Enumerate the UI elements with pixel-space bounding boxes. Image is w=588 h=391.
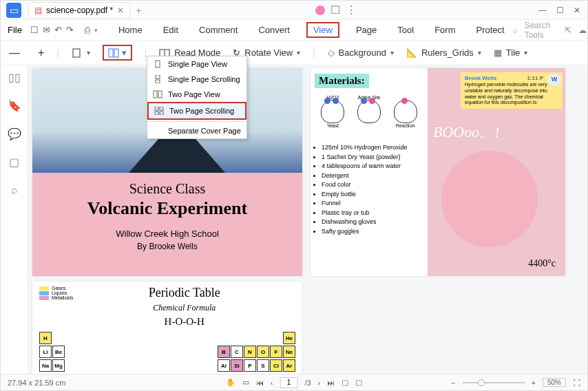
page-layout-dropdown: Single Page View Single Page Scrolling T… [147, 56, 247, 139]
prev-page-button[interactable]: ‹ [271, 379, 273, 387]
thumbnails-icon[interactable]: ▯▯ [8, 71, 21, 84]
zoom-out-button[interactable]: — [9, 47, 20, 59]
print-caret[interactable]: ▾ [94, 27, 98, 34]
document-tab[interactable]: ▤ science-copy.pdf * ✕ [28, 2, 130, 19]
view-toolbar: — + | ▾ ▾ | Read Mode ↻ Rotate View ▾ | … [1, 41, 587, 65]
dd-single-page-scrolling[interactable]: Single Page Scrolling [147, 72, 246, 87]
word-badge-icon: W [547, 74, 561, 86]
dd-two-page-scrolling[interactable]: Two Page Scrolling [147, 102, 246, 120]
cloud-icon[interactable]: ☁ [578, 25, 587, 35]
side-panel: ▯▯ 🔖 💬 ▢ ⌕ [1, 65, 28, 374]
periodic-legend: Gases Liquids Metalloids [39, 286, 74, 328]
periodic-sub: Chemical Formula [74, 303, 295, 313]
save-icon[interactable]: ☐ [30, 25, 39, 35]
zoom-in-status[interactable]: + [532, 379, 536, 387]
maximize-button[interactable]: ☐ [556, 6, 564, 15]
tab-page[interactable]: Page [352, 22, 381, 38]
tab-home[interactable]: Home [114, 22, 147, 38]
close-tab-icon[interactable]: ✕ [117, 6, 124, 15]
note-time: 1:11 P [527, 75, 543, 82]
file-menu[interactable]: File [8, 25, 22, 35]
tile-label: Tile [506, 47, 520, 58]
search-icon[interactable]: ⌕ [513, 25, 518, 35]
background-label: Background [339, 47, 386, 58]
close-window-button[interactable]: ✕ [574, 6, 580, 15]
page-layout-button[interactable]: ▾ [103, 45, 132, 61]
fit-page-icon [72, 48, 83, 58]
fit-height-icon[interactable]: ▢ [355, 378, 362, 387]
svg-rect-0 [73, 49, 80, 57]
dd-single-page-view[interactable]: Single Page View [147, 56, 246, 72]
zoom-slider[interactable] [463, 382, 525, 383]
minimize-button[interactable]: — [538, 6, 547, 15]
two-page-icon [108, 48, 119, 58]
fit-width-icon[interactable]: ▢ [342, 378, 348, 387]
rulers-label: Rulers_Grids [421, 47, 474, 58]
tab-comment[interactable]: Comment [195, 22, 242, 38]
last-page-button[interactable]: ⏭ [327, 379, 335, 387]
next-page-button[interactable]: › [318, 379, 321, 387]
materials-heading: Materials: [315, 74, 369, 88]
tab-edit[interactable]: Edit [159, 22, 182, 38]
attachments-icon[interactable]: ▢ [9, 156, 19, 169]
single-page-icon [153, 60, 162, 68]
tab-title: science-copy.pdf * [46, 6, 113, 15]
undo-icon[interactable]: ↶ [54, 25, 62, 35]
notification-icon[interactable]: ☐ [330, 3, 340, 17]
hand-tool-icon[interactable]: ✋ [226, 378, 235, 387]
search-placeholder[interactable]: Search Tools [525, 21, 551, 40]
kebab-menu-icon[interactable]: ⋮ [346, 3, 357, 17]
comments-icon[interactable]: 💬 [8, 127, 21, 140]
redo-icon[interactable]: ↷ [66, 25, 74, 35]
page-number-input[interactable] [280, 377, 297, 388]
pdf-icon: ▤ [34, 6, 42, 15]
select-tool-icon[interactable]: ▭ [242, 378, 249, 387]
note-author: Brook Wells [465, 75, 496, 81]
sticky-note[interactable]: W Brook Wells 1:11 P Hydrogen peroxide m… [461, 72, 563, 109]
periodic-title: Periodic Table [74, 286, 295, 300]
dd-two-page-view[interactable]: Two Page View [147, 87, 246, 102]
tab-protect[interactable]: Protect [472, 22, 508, 38]
print-icon[interactable]: ⎙ [85, 25, 90, 35]
zoom-thumb[interactable] [478, 379, 485, 386]
pdf-page-2: Materials: H2O2Yeast Active Site Reactio… [311, 68, 565, 276]
rulers-grids-button[interactable]: 📐 Rulers_Grids ▾ [406, 47, 481, 58]
zoom-value[interactable]: 50% [543, 378, 566, 387]
pdf-page-3: Gases Liquids Metalloids Periodic Table … [32, 282, 302, 374]
share-icon[interactable]: ⇱ [565, 25, 571, 35]
background-button[interactable]: ◇ Background ▾ [328, 47, 394, 58]
tab-tool[interactable]: Tool [393, 22, 418, 38]
fullscreen-icon[interactable]: ⛶ [573, 379, 580, 387]
document-viewport[interactable]: Science Class Volcanic Experiment Willow… [28, 65, 587, 374]
svg-rect-7 [156, 80, 160, 83]
first-page-button[interactable]: ⏮ [256, 379, 264, 387]
search-panel-icon[interactable]: ⌕ [11, 184, 18, 196]
ribbon-tabs: Home Edit Comment Convert View Page Tool… [114, 22, 509, 38]
tile-button[interactable]: ▦ Tile ▾ [494, 47, 527, 58]
tab-form[interactable]: Form [430, 22, 459, 38]
mail-icon[interactable]: ✉ [43, 25, 50, 35]
page1-school: Willow Creek High School [32, 229, 302, 239]
tab-view[interactable]: View [306, 22, 339, 38]
svg-rect-11 [160, 107, 163, 110]
page1-subtitle: Science Class [32, 181, 302, 197]
periodic-formula: H-O-O-H [74, 316, 295, 328]
zoom-out-status[interactable]: − [451, 379, 455, 387]
app-icon: ▭ [6, 3, 21, 18]
account-icon[interactable] [315, 6, 325, 15]
svg-rect-6 [156, 75, 160, 78]
new-tab-button[interactable]: + [136, 5, 141, 16]
tab-convert[interactable]: Convert [254, 22, 294, 38]
materials-list: 125ml 10% Hydrogen Peroxide 1 Sachet Dry… [315, 143, 423, 236]
dd-separate-cover[interactable]: Separate Cover Page [147, 123, 246, 138]
page1-author: By Brooke Wells [32, 242, 302, 251]
page-dimensions: 27.94 x 21.59 cm [8, 379, 65, 387]
page1-title: Volcanic Experiment [32, 198, 302, 219]
zoom-in-button[interactable]: + [38, 47, 44, 59]
fit-page-button[interactable]: ▾ [72, 48, 90, 58]
two-page-scroll-icon [154, 107, 164, 115]
svg-rect-10 [155, 107, 158, 110]
bookmarks-icon[interactable]: 🔖 [8, 99, 21, 112]
temperature-label: 4400°c [528, 258, 556, 269]
menu-bar: File ☐ ✉ ↶ ↷ ⎙ ▾ Home Edit Comment Conve… [1, 20, 587, 41]
